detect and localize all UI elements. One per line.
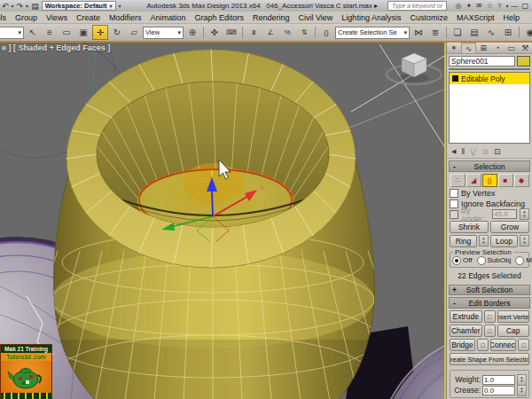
remove-modifier-icon[interactable]: ⊘: [482, 147, 489, 156]
rollout-soft-selection-header[interactable]: +Soft Selection: [449, 285, 530, 296]
configure-sets-icon[interactable]: ⊡: [494, 147, 501, 156]
bridge-button[interactable]: Bridge: [450, 339, 475, 351]
preview-multi-radio[interactable]: [515, 256, 524, 265]
select-by-name-icon[interactable]: ≡: [42, 25, 58, 40]
select-scale-icon[interactable]: ▱: [126, 25, 142, 40]
connect-settings-button[interactable]: □: [518, 339, 529, 351]
workspace-flyout-icon[interactable]: ▾: [119, 3, 121, 9]
menu-graph-editors[interactable]: Graph Editors: [190, 13, 248, 22]
shrink-button[interactable]: Shrink: [450, 221, 489, 233]
sub-vertex-icon[interactable]: ∴: [450, 174, 466, 187]
menu-views[interactable]: Views: [42, 13, 72, 22]
loop-button[interactable]: Loop: [490, 235, 518, 247]
pin-stack-icon[interactable]: ◀: [451, 148, 456, 155]
menu-help[interactable]: Help: [498, 13, 524, 22]
menu-group[interactable]: Group: [11, 13, 42, 22]
preview-subobj-radio[interactable]: [477, 256, 486, 265]
percent-snap-icon[interactable]: %: [279, 25, 295, 40]
tab-display-icon[interactable]: ▭: [505, 43, 519, 53]
layer-manager-icon[interactable]: ❏: [450, 25, 466, 40]
tab-modify-icon[interactable]: ∿: [461, 43, 477, 53]
menu-tools[interactable]: Tools: [0, 13, 11, 22]
preview-off-radio[interactable]: [452, 256, 461, 265]
menu-civil-view[interactable]: Civil View: [294, 13, 338, 22]
crease-spinner[interactable]: ▴▾: [517, 385, 527, 396]
rollout-selection-header[interactable]: -Selection: [449, 160, 530, 172]
object-color-swatch[interactable]: [517, 56, 530, 66]
spinner-snap-icon[interactable]: ⇅: [296, 25, 312, 40]
sub-border-icon[interactable]: (): [482, 174, 497, 187]
maximize-button[interactable]: ▢: [521, 2, 528, 10]
project-folder-icon[interactable]: ▤: [31, 2, 39, 11]
perspective-viewport[interactable]: e ] [ Shaded + Edged Faces ] x Mak 21 Tr…: [0, 43, 446, 399]
menu-create[interactable]: Create: [72, 13, 105, 22]
menu-lighting-analysis[interactable]: Lighting Analysis: [337, 13, 405, 22]
tab-utilities-icon[interactable]: ⚒: [518, 43, 532, 53]
help-caret-icon[interactable]: ▾: [505, 3, 508, 9]
named-selection-dropdown[interactable]: Create Selection Se▾: [335, 27, 410, 39]
rectangular-region-icon[interactable]: ▭: [59, 25, 74, 40]
sub-polygon-icon[interactable]: ■: [498, 174, 513, 187]
by-vertex-checkbox[interactable]: [450, 189, 458, 198]
extrude-button[interactable]: Extrude: [450, 310, 482, 323]
extrude-settings-button[interactable]: □: [484, 310, 496, 323]
redo-caret-icon[interactable]: ▾: [26, 3, 28, 9]
sub-edge-icon[interactable]: ◢: [466, 174, 481, 187]
mirror-icon[interactable]: ⋈: [411, 25, 426, 40]
menu-animation[interactable]: Animation: [145, 13, 190, 22]
tab-hierarchy-icon[interactable]: ⊞: [476, 43, 490, 53]
ring-button[interactable]: Ring: [450, 235, 477, 247]
use-pivot-center-icon[interactable]: ⊕: [184, 25, 200, 40]
menu-customize[interactable]: Customize: [405, 13, 452, 22]
keyboard-override-icon[interactable]: ⌨: [223, 25, 239, 40]
select-manipulate-icon[interactable]: ✜: [207, 25, 223, 40]
viewport-label[interactable]: e ] [ Shaded + Edged Faces ]: [2, 43, 110, 52]
help-icon[interactable]: ?: [497, 2, 501, 10]
select-object-icon[interactable]: ↖: [25, 25, 41, 40]
window-crossing-icon[interactable]: ▣: [75, 25, 91, 40]
sub-element-icon[interactable]: ◆: [514, 174, 529, 187]
chamfer-settings-button[interactable]: □: [484, 325, 496, 337]
workspace-dropdown[interactable]: Workspace: Default▾: [42, 1, 116, 11]
selection-filter-dropdown[interactable]: ▾: [0, 27, 24, 39]
subscription-key-icon[interactable]: ✦: [466, 2, 472, 10]
rollout-edit-borders-header[interactable]: -Edit Borders: [449, 297, 530, 309]
stack-entry-editable-poly[interactable]: Editable Poly: [450, 73, 529, 84]
menu-rendering[interactable]: Rendering: [248, 13, 294, 22]
undo-icon[interactable]: ↶: [2, 2, 9, 11]
named-selection-sets-icon[interactable]: {}: [318, 25, 334, 40]
ring-spinner[interactable]: ▴▾: [479, 235, 489, 246]
reference-coordinate-dropdown[interactable]: View▾: [143, 27, 184, 39]
material-editor-icon[interactable]: ◉: [522, 25, 532, 40]
tab-motion-icon[interactable]: ◔: [490, 43, 505, 53]
select-move-icon[interactable]: ✛: [92, 25, 108, 40]
minimize-button[interactable]: —: [511, 2, 518, 10]
viewcube[interactable]: [387, 46, 442, 87]
weight-field[interactable]: 1.0: [482, 375, 515, 385]
menu-modifiers[interactable]: Modifiers: [105, 13, 146, 22]
loop-spinner[interactable]: ▴▾: [520, 235, 529, 246]
crease-field[interactable]: 0.0: [482, 386, 515, 395]
insert-vertex-button[interactable]: Insert Vertex: [497, 310, 530, 323]
favorites-icon[interactable]: ☆: [487, 2, 493, 10]
tab-create-icon[interactable]: ✶: [447, 43, 461, 53]
bridge-settings-button[interactable]: □: [477, 339, 489, 351]
align-icon[interactable]: ≣: [427, 25, 443, 40]
angle-snap-icon[interactable]: ∠: [262, 25, 278, 40]
select-rotate-icon[interactable]: ↻: [109, 25, 125, 40]
show-end-result-icon[interactable]: ‖: [461, 147, 465, 156]
chamfer-button[interactable]: Chamfer: [450, 325, 482, 337]
ribbon-toggle-icon[interactable]: ▤: [466, 25, 482, 40]
modifier-list-dropdown[interactable]: Modifier List▾: [449, 68, 530, 70]
redo-icon[interactable]: ↷: [17, 2, 24, 11]
communication-center-icon[interactable]: ✉: [476, 2, 482, 10]
grow-button[interactable]: Grow: [490, 221, 529, 233]
cap-button[interactable]: Cap: [497, 325, 530, 337]
snaps-toggle-icon[interactable]: 3: [246, 25, 262, 40]
make-unique-icon[interactable]: ⋁: [470, 147, 476, 156]
connect-button[interactable]: Connect: [490, 339, 516, 351]
infocenter-search[interactable]: [387, 1, 447, 11]
search-history-icon[interactable]: ◎: [455, 2, 461, 10]
curve-editor-icon[interactable]: ∿: [483, 25, 499, 40]
schematic-view-icon[interactable]: ⊞: [500, 25, 516, 40]
